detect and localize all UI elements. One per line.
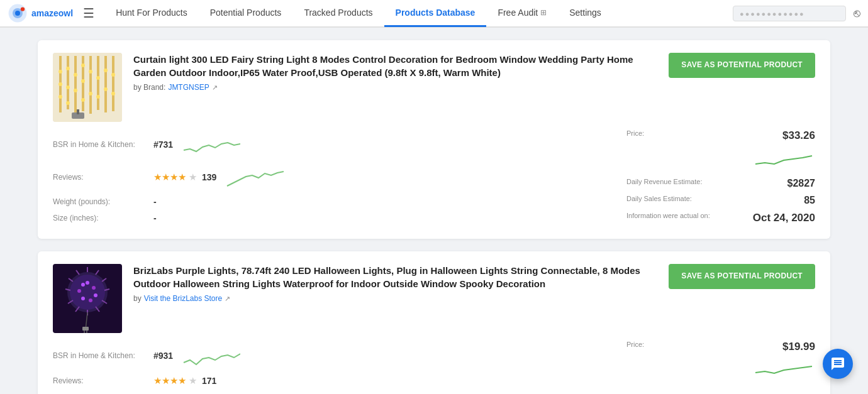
svg-rect-11 <box>104 56 107 112</box>
svg-point-20 <box>74 89 77 92</box>
weight-value-1: - <box>153 197 157 207</box>
actual-on-value-1: Oct 24, 2020 <box>753 212 815 224</box>
product-brand-2: by Visit the BrizLabs Store ↗ <box>133 294 657 303</box>
price-row-1: Price: $33.26 <box>626 128 815 143</box>
reviews-row-1: Reviews: ★★★★★ 139 <box>53 161 367 194</box>
product-image-1 <box>53 53 122 122</box>
bsr-value-2: #931 <box>153 351 173 361</box>
product-brand-1: by Brand: JMTGNSEP ↗ <box>133 83 657 92</box>
svg-point-16 <box>66 67 70 70</box>
chat-icon <box>830 356 845 371</box>
nav-external-link-icon[interactable]: ⎋ <box>854 7 860 20</box>
svg-point-2 <box>15 11 20 16</box>
size-row-1: Size (inches): - <box>53 210 367 226</box>
svg-point-15 <box>58 95 62 99</box>
product-info-2: BrizLabs Purple Lights, 78.74ft 240 LED … <box>133 264 657 303</box>
actual-on-row-1: Information were actual on: Oct 24, 2020 <box>626 211 815 226</box>
bsr-value-1: #731 <box>153 140 173 150</box>
svg-point-51 <box>94 293 97 297</box>
bottom-stats-1: BSR in Home & Kitchen: #731 Reviews: ★★★… <box>53 128 815 226</box>
svg-point-18 <box>66 101 70 105</box>
stars-1: ★★★★ <box>153 172 186 183</box>
revenue-value-1: $2827 <box>787 178 816 189</box>
navbar: amazeowl ☰ Hunt For Products Potential P… <box>0 0 868 28</box>
brand-link-2[interactable]: Visit the BrizLabs Store <box>144 294 223 303</box>
daily-sales-row-1: Daily Sales Estimate: 85 <box>626 194 815 207</box>
hamburger-icon[interactable]: ☰ <box>83 6 94 21</box>
nav-links: Hunt For Products Potential Products Tra… <box>104 0 613 27</box>
bottom-right-2: Price: $19.99 <box>367 339 815 376</box>
reviews-chart-1 <box>224 164 284 190</box>
product-img-svg-1 <box>53 53 122 122</box>
svg-point-3 <box>21 7 25 11</box>
nav-search-bar[interactable]: ●●●●●●●●●●●● <box>733 6 846 21</box>
nav-potential-products[interactable]: Potential Products <box>199 0 293 27</box>
logo-icon <box>8 3 28 23</box>
svg-rect-7 <box>74 56 77 112</box>
product-card-2: BrizLabs Purple Lights, 78.74ft 240 LED … <box>38 251 830 394</box>
nav-tracked-products[interactable]: Tracked Products <box>292 0 384 27</box>
brand-link-1[interactable]: JMTGNSEP <box>168 83 209 92</box>
card-top-2: BrizLabs Purple Lights, 78.74ft 240 LED … <box>53 264 815 333</box>
bsr-chart-2 <box>181 342 240 369</box>
bsr-chart-1 <box>181 131 240 158</box>
svg-point-30 <box>111 73 115 77</box>
svg-point-19 <box>74 73 77 77</box>
reviews-count-2: 171 <box>202 376 216 386</box>
svg-point-28 <box>104 68 108 72</box>
bottom-right-1: Price: $33.26 Daily Revenue Estimate: $2… <box>367 128 815 226</box>
reviews-count-1: 139 <box>202 172 216 182</box>
nav-free-audit[interactable]: Free Audit ⊞ <box>486 0 558 27</box>
svg-point-23 <box>81 98 85 102</box>
svg-point-50 <box>92 286 96 290</box>
save-potential-btn-2[interactable]: SAVE AS POTENTIAL PRODUCT <box>669 264 815 289</box>
svg-point-24 <box>89 70 92 74</box>
svg-point-54 <box>77 289 81 293</box>
bsr-row-1: BSR in Home & Kitchen: #731 <box>53 128 367 161</box>
weight-row-1: Weight (pounds): - <box>53 194 367 210</box>
svg-point-27 <box>96 95 100 99</box>
product-title-2: BrizLabs Purple Lights, 78.74ft 240 LED … <box>133 264 657 290</box>
price-value-2: $19.99 <box>782 341 815 353</box>
nav-settings[interactable]: Settings <box>558 0 613 27</box>
price-chart-2 <box>752 358 815 376</box>
svg-point-14 <box>58 82 62 86</box>
main-content: Curtain light 300 LED Fairy String Light… <box>0 28 868 394</box>
svg-rect-10 <box>97 56 99 110</box>
nav-products-database[interactable]: Products Database <box>384 0 487 27</box>
bottom-left-1: BSR in Home & Kitchen: #731 Reviews: ★★★… <box>53 128 367 226</box>
reviews-row-2: Reviews: ★★★★★ 171 <box>53 372 367 390</box>
svg-point-36 <box>70 275 105 310</box>
nav-right: ●●●●●●●●●●●● ⎋ <box>733 6 860 21</box>
svg-point-21 <box>81 63 85 67</box>
svg-point-13 <box>58 70 62 74</box>
svg-point-26 <box>96 76 100 80</box>
bottom-stats-2: BSR in Home & Kitchen: #931 Reviews: ★★★… <box>53 339 815 390</box>
chat-bubble[interactable] <box>823 349 853 379</box>
brand-external-icon-1[interactable]: ↗ <box>212 84 218 92</box>
product-img-svg-2 <box>53 264 122 333</box>
save-potential-btn-1[interactable]: SAVE AS POTENTIAL PRODUCT <box>669 53 815 78</box>
svg-point-53 <box>81 297 85 300</box>
stars-2: ★★★★ <box>153 375 186 386</box>
product-title-1: Curtain light 300 LED Fairy String Light… <box>133 53 657 79</box>
bsr-row-2: BSR in Home & Kitchen: #931 <box>53 339 367 372</box>
brand-external-icon-2[interactable]: ↗ <box>225 295 230 303</box>
svg-rect-9 <box>89 56 92 114</box>
svg-point-17 <box>66 85 70 89</box>
size-value-1: - <box>153 213 157 223</box>
svg-rect-57 <box>82 327 89 331</box>
svg-rect-12 <box>112 56 114 111</box>
price-chart-1 <box>752 146 815 168</box>
logo[interactable]: amazeowl <box>8 3 73 23</box>
nav-hunt-for-products[interactable]: Hunt For Products <box>104 0 199 27</box>
svg-point-55 <box>81 283 85 287</box>
product-info-1: Curtain light 300 LED Fairy String Light… <box>133 53 657 92</box>
card-top-1: Curtain light 300 LED Fairy String Light… <box>53 53 815 122</box>
svg-point-22 <box>81 79 85 83</box>
svg-point-31 <box>111 92 115 96</box>
svg-point-25 <box>89 92 92 96</box>
product-card-1: Curtain light 300 LED Fairy String Light… <box>38 40 830 239</box>
revenue-row-1: Daily Revenue Estimate: $2827 <box>626 177 815 190</box>
svg-rect-4 <box>53 53 122 122</box>
